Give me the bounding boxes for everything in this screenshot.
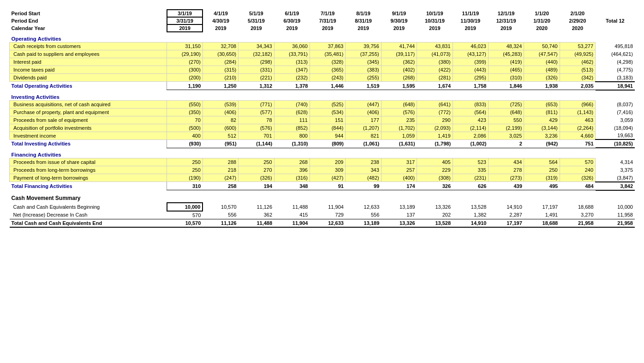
period-end-7: 10/31/19 (417, 17, 453, 24)
total-cell-10: 495 (524, 182, 560, 190)
end-0: 10,570 (167, 219, 203, 227)
total-header-label: Total 12 (596, 10, 635, 32)
cell-10: 564 (524, 158, 560, 166)
cell-0: 400 (167, 132, 203, 139)
cell-10: (47,547) (524, 50, 560, 58)
cell-0: 31,150 (167, 42, 203, 50)
cell-7: (772) (417, 108, 453, 116)
period-start-0: 3/1/19 (167, 10, 203, 17)
period-start-11: 2/1/20 (560, 10, 595, 17)
row-total: (7,416) (596, 108, 635, 116)
cell-1: (284) (203, 58, 238, 66)
cell-3: (740) (274, 100, 310, 108)
beginning-total: 10,000 (596, 203, 635, 211)
row-total: 19,663 (596, 132, 635, 139)
cell-9: (648) (488, 108, 524, 116)
total-cell-6: (1,631) (381, 139, 417, 148)
row-label: Interest paid (10, 58, 167, 66)
beginning-8: 13,528 (453, 203, 488, 211)
period-end-4: 7/31/19 (310, 17, 345, 24)
total-cell-3: 1,378 (274, 82, 310, 90)
cell-1: (539) (203, 100, 238, 108)
cell-1: (406) (203, 108, 238, 116)
total-cell-1: 1,250 (203, 82, 238, 90)
calendar-year-5: 2019 (346, 24, 381, 32)
cell-5: 177 (346, 116, 381, 124)
total-cell-1: (951) (203, 139, 238, 148)
total-cell-10: 1,938 (524, 82, 560, 90)
total-cell-8: 1,758 (453, 82, 488, 90)
row-label: Investment income (10, 132, 167, 139)
total-cell-3: 348 (274, 182, 310, 190)
cell-6: (400) (381, 174, 417, 182)
end-11: 21,958 (560, 219, 595, 227)
cell-10: 429 (524, 116, 560, 124)
row-label: Proceeds from sale of equipment (10, 116, 167, 124)
cell-6: (39,117) (381, 50, 417, 58)
total-cell-4: 91 (310, 182, 345, 190)
cell-10: 3,236 (524, 132, 560, 139)
row-total: 495,818 (596, 42, 635, 50)
beginning-11: 18,688 (560, 203, 595, 211)
total-cell-8: 626 (453, 182, 488, 190)
total-cell-5: (1,061) (346, 139, 381, 148)
cell-7: (308) (417, 174, 453, 182)
cell-5: (383) (346, 66, 381, 74)
cell-6: (268) (381, 74, 417, 82)
period-end-9: 12/31/19 (488, 17, 524, 24)
cell-0: 250 (167, 166, 203, 174)
end-8: 14,910 (453, 219, 488, 227)
total-cell-5: 1,519 (346, 82, 381, 90)
cell-4: (328) (310, 58, 345, 66)
cell-8: (443) (453, 66, 488, 74)
table-row: Interest paid(270)(284)(298)(313)(328)(3… (10, 58, 635, 66)
section-total-row: Total Operating Activities1,1901,2501,31… (10, 82, 635, 90)
table-row: Proceeds from long-term borrowings250218… (10, 166, 635, 174)
cell-7: (2,093) (417, 124, 453, 132)
cell-11: 463 (560, 116, 595, 124)
beginning-6: 13,189 (381, 203, 417, 211)
cell-8: (43,127) (453, 50, 488, 58)
cell-10: (319) (524, 174, 560, 182)
cell-8: (833) (453, 100, 488, 108)
end-total: 21,958 (596, 219, 635, 227)
net-cash-label: Net (Increase) Decrease In Cash (10, 211, 167, 219)
cell-4: 209 (310, 158, 345, 166)
cell-2: 34,343 (239, 42, 274, 50)
total-cell-2: 1,312 (239, 82, 274, 90)
cell-1: (315) (203, 66, 238, 74)
total-cell-2: 194 (239, 182, 274, 190)
cell-6: (362) (381, 58, 417, 66)
cell-5: (1,207) (346, 124, 381, 132)
period-start-6: 9/1/19 (381, 10, 417, 17)
investing-activities-header: Investing Activities (10, 92, 635, 101)
end-2: 11,488 (239, 219, 274, 227)
period-start-7: 10/1/19 (417, 10, 453, 17)
cell-5: (482) (346, 174, 381, 182)
period-end-5: 8/31/19 (346, 17, 381, 24)
cell-0: (500) (167, 124, 203, 132)
row-label: Acquisition of portfolio investments (10, 124, 167, 132)
cell-1: 82 (203, 116, 238, 124)
cell-9: 278 (488, 166, 524, 174)
cell-3: 800 (274, 132, 310, 139)
total-cell-9: 439 (488, 182, 524, 190)
cell-11: (2,264) (560, 124, 595, 132)
section-total-label: Total Operating Activities (10, 82, 167, 90)
cell-9: (273) (488, 174, 524, 182)
cell-4: (534) (310, 108, 345, 116)
cell-11: (326) (560, 174, 595, 182)
total-cell-11: 751 (560, 139, 595, 148)
cell-2: 701 (239, 132, 274, 139)
cell-9: 434 (488, 158, 524, 166)
cell-2: (298) (239, 58, 274, 66)
cell-9: 550 (488, 116, 524, 124)
cell-5: (255) (346, 74, 381, 82)
cell-8: (564) (453, 108, 488, 116)
beginning-7: 13,326 (417, 203, 453, 211)
cell-4: 37,863 (310, 42, 345, 50)
period-end-0: 3/31/19 (167, 17, 203, 24)
cell-10: (440) (524, 58, 560, 66)
cell-3: (347) (274, 66, 310, 74)
end-6: 13,326 (381, 219, 417, 227)
